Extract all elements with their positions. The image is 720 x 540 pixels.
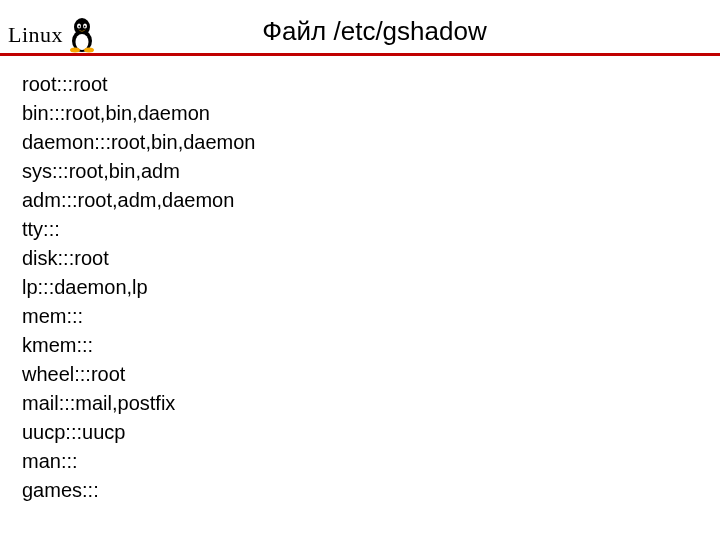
svg-point-2: [76, 34, 89, 50]
svg-point-7: [70, 48, 80, 53]
logo-block: Linux: [8, 17, 97, 53]
file-line: uucp:::uucp: [22, 418, 698, 447]
file-line: kmem:::: [22, 331, 698, 360]
logo-text: Linux: [8, 22, 63, 48]
file-line: games:::: [22, 476, 698, 505]
file-line: disk:::root: [22, 244, 698, 273]
file-line: mail:::mail,postfix: [22, 389, 698, 418]
svg-point-8: [84, 48, 94, 53]
file-line: wheel:::root: [22, 360, 698, 389]
file-line: sys:::root,bin,adm: [22, 157, 698, 186]
svg-point-5: [78, 26, 80, 28]
file-line: root:::root: [22, 70, 698, 99]
tux-icon: [67, 17, 97, 53]
file-line: lp:::daemon,lp: [22, 273, 698, 302]
page-title: Файл /etc/gshadow: [97, 16, 712, 53]
file-line: adm:::root,adm,daemon: [22, 186, 698, 215]
header-bar: Linux Файл /etc/gshadow: [0, 0, 720, 56]
file-line: man:::: [22, 447, 698, 476]
file-line: daemon:::root,bin,daemon: [22, 128, 698, 157]
file-line: bin:::root,bin,daemon: [22, 99, 698, 128]
file-line: tty:::: [22, 215, 698, 244]
svg-point-6: [84, 26, 86, 28]
file-content: root:::root bin:::root,bin,daemon daemon…: [0, 56, 720, 519]
file-line: mem:::: [22, 302, 698, 331]
